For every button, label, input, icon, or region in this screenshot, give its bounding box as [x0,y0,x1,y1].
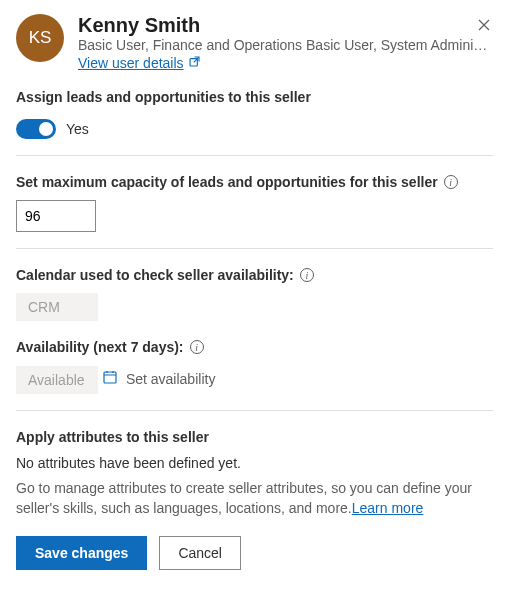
calendar-title: Calendar used to check seller availabili… [16,267,294,283]
learn-more-link[interactable]: Learn more [352,500,424,516]
availability-value: Available [16,366,98,394]
assign-title: Assign leads and opportunities to this s… [16,89,493,105]
svg-rect-1 [104,372,116,383]
panel-header: KS Kenny Smith Basic User, Finance and O… [16,14,493,71]
calendar-icon [102,369,118,388]
avatar-initials: KS [29,28,52,48]
footer-actions: Save changes Cancel [16,536,493,570]
header-text-block: Kenny Smith Basic User, Finance and Oper… [78,14,493,71]
info-icon[interactable]: i [300,268,314,282]
assign-toggle[interactable] [16,119,56,139]
divider [16,410,493,411]
open-external-icon [188,55,201,71]
attributes-hint: Go to manage attributes to create seller… [16,479,493,518]
assign-toggle-label: Yes [66,121,89,137]
view-user-details-label: View user details [78,55,184,71]
set-availability-label: Set availability [126,371,216,387]
avatar: KS [16,14,64,62]
user-roles: Basic User, Finance and Operations Basic… [78,37,493,53]
user-name: Kenny Smith [78,14,493,37]
capacity-title: Set maximum capacity of leads and opport… [16,174,438,190]
capacity-input[interactable] [16,200,96,232]
info-icon[interactable]: i [190,340,204,354]
availability-section: Availability (next 7 days): i Available … [16,339,493,394]
capacity-section: Set maximum capacity of leads and opport… [16,174,493,232]
divider [16,155,493,156]
close-button[interactable] [473,14,495,39]
calendar-value: CRM [16,293,98,321]
view-user-details-link[interactable]: View user details [78,55,201,71]
calendar-section: Calendar used to check seller availabili… [16,267,493,321]
attributes-section: Apply attributes to this seller No attri… [16,429,493,518]
save-button[interactable]: Save changes [16,536,147,570]
set-availability-link[interactable]: Set availability [102,369,216,388]
info-icon[interactable]: i [444,175,458,189]
attributes-empty-text: No attributes have been defined yet. [16,455,493,471]
assign-section: Assign leads and opportunities to this s… [16,89,493,139]
close-icon [477,19,491,35]
cancel-button[interactable]: Cancel [159,536,241,570]
divider [16,248,493,249]
availability-title: Availability (next 7 days): [16,339,184,355]
attributes-title: Apply attributes to this seller [16,429,493,445]
